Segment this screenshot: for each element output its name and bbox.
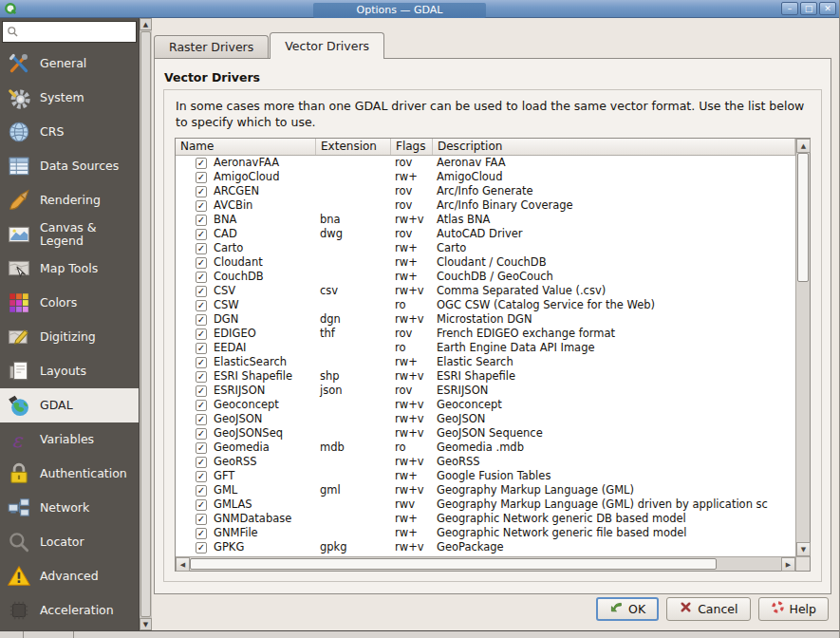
sidebar-scrollbar-thumb[interactable] <box>140 31 151 617</box>
scroll-down-icon[interactable]: ▼ <box>796 542 811 556</box>
driver-checkbox[interactable]: ✓ <box>196 471 207 482</box>
sidebar-item-network[interactable]: Network <box>0 491 139 525</box>
driver-checkbox[interactable]: ✓ <box>196 272 207 283</box>
minimize-button[interactable]: – <box>781 2 798 15</box>
driver-checkbox[interactable]: ✓ <box>196 286 207 297</box>
column-header-extension[interactable]: Extension <box>316 139 391 155</box>
horizontal-scrollbar-thumb[interactable] <box>190 558 717 570</box>
driver-checkbox[interactable]: ✓ <box>196 314 207 326</box>
driver-checkbox[interactable]: ✓ <box>196 457 207 468</box>
cancel-button[interactable]: Cancel <box>666 597 750 621</box>
sidebar-item-data-sources[interactable]: Data Sources <box>0 149 139 183</box>
sidebar-item-crs[interactable]: CRS <box>0 115 139 149</box>
tab-vector-drivers[interactable]: Vector Drivers <box>270 32 384 59</box>
sidebar-item-digitizing[interactable]: Digitizing <box>0 320 139 354</box>
table-row[interactable]: ✓AVCBin rov Arc/Info Binary Coverage <box>176 198 795 213</box>
sidebar-scrollbar[interactable]: ▲ ▼ <box>139 18 152 630</box>
sidebar-item-variables[interactable]: ε Variables <box>0 422 139 457</box>
table-row[interactable]: ✓Geoconcept rw+v Geoconcept <box>176 398 795 412</box>
driver-checkbox[interactable]: ✓ <box>196 542 207 554</box>
table-row[interactable]: ✓GML gml rw+v Geography Markup Language … <box>176 483 795 497</box>
table-row[interactable]: ✓ESRI Shapefile shp rw+v ESRI Shapefile <box>176 369 795 384</box>
column-header-name[interactable]: Name <box>176 139 316 155</box>
driver-checkbox[interactable]: ✓ <box>196 514 207 525</box>
sidebar-item-advanced[interactable]: Advanced <box>0 559 139 593</box>
table-row[interactable]: ✓CSW ro OGC CSW (Catalog Service for the… <box>176 298 795 312</box>
close-button[interactable]: ✕ <box>819 2 836 15</box>
column-header-description[interactable]: Description <box>433 139 795 155</box>
titlebar[interactable]: Options — GDAL – □ ✕ <box>0 0 839 18</box>
table-row[interactable]: ✓DGN dgn rw+v Microstation DGN <box>176 312 795 327</box>
sidebar-item-system[interactable]: System <box>0 81 139 115</box>
driver-checkbox[interactable]: ✓ <box>196 400 207 411</box>
driver-checkbox[interactable]: ✓ <box>196 172 207 183</box>
driver-checkbox[interactable]: ✓ <box>196 328 207 340</box>
driver-checkbox[interactable]: ✓ <box>196 428 207 440</box>
scroll-down-icon[interactable]: ▼ <box>140 618 152 630</box>
sidebar-search[interactable] <box>2 21 137 43</box>
sidebar-item-layouts[interactable]: Layouts <box>0 354 139 388</box>
driver-checkbox[interactable]: ✓ <box>196 499 207 511</box>
table-row[interactable]: ✓AmigoCloud rw+ AmigoCloud <box>176 170 795 184</box>
driver-checkbox[interactable]: ✓ <box>196 485 207 497</box>
vertical-scrollbar-thumb[interactable] <box>797 153 809 282</box>
table-row[interactable]: ✓EDIGEO thf rov French EDIGEO exchange f… <box>176 327 795 341</box>
driver-checkbox[interactable]: ✓ <box>196 229 207 240</box>
table-row[interactable]: ✓ARCGEN rov Arc/Info Generate <box>176 184 795 198</box>
table-row[interactable]: ✓AeronavFAA rov Aeronav FAA <box>176 156 795 170</box>
table-row[interactable]: ✓EEDAI ro Earth Engine Data API Image <box>176 341 795 355</box>
driver-checkbox[interactable]: ✓ <box>196 158 207 169</box>
table-row[interactable]: ✓BNA bna rw+v Atlas BNA <box>176 213 795 227</box>
table-row[interactable]: ✓CSV csv rw+v Comma Separated Value (.cs… <box>176 284 795 298</box>
driver-checkbox[interactable]: ✓ <box>196 300 207 311</box>
table-row[interactable]: ✓GeoJSONSeq rw+v GeoJSON Sequence <box>176 426 795 441</box>
sidebar-item-authentication[interactable]: Authentication <box>0 457 139 491</box>
sidebar-item-colors[interactable]: Colors <box>0 286 139 320</box>
driver-checkbox[interactable]: ✓ <box>196 343 207 354</box>
driver-checkbox[interactable]: ✓ <box>196 257 207 269</box>
sidebar-item-canvas-legend[interactable]: Canvas & Legend <box>0 217 139 252</box>
help-button[interactable]: Help <box>758 597 830 621</box>
maximize-button[interactable]: □ <box>800 2 817 15</box>
table-row[interactable]: ✓ESRIJSON json rov ESRIJSON <box>176 384 795 398</box>
table-row[interactable]: ✓GFT rw+ Google Fusion Tables <box>176 469 795 483</box>
sidebar-item-map-tools[interactable]: Map Tools <box>0 252 139 286</box>
table-row[interactable]: ✓GeoRSS rw+v GeoRSS <box>176 455 795 469</box>
table-row[interactable]: ✓CouchDB rw+ CouchDB / GeoCouch <box>176 270 795 284</box>
table-row[interactable]: ✓Cloudant rw+ Cloudant / CouchDB <box>176 255 795 270</box>
table-row[interactable]: ✓CAD dwg rov AutoCAD Driver <box>176 227 795 241</box>
driver-checkbox[interactable]: ✓ <box>196 414 207 425</box>
scroll-up-icon[interactable]: ▲ <box>140 18 152 30</box>
driver-checkbox[interactable]: ✓ <box>196 371 207 383</box>
scroll-right-icon[interactable]: ▶ <box>781 557 795 572</box>
table-row[interactable]: ✓ElasticSearch rw+ Elastic Search <box>176 355 795 369</box>
sidebar-item-acceleration[interactable]: Acceleration <box>0 593 139 628</box>
table-row[interactable]: ✓GPKG gpkg rw+v GeoPackage <box>176 540 795 554</box>
driver-checkbox[interactable]: ✓ <box>196 528 207 539</box>
scroll-left-icon[interactable]: ◀ <box>176 557 190 572</box>
driver-checkbox[interactable]: ✓ <box>196 243 207 254</box>
driver-checkbox[interactable]: ✓ <box>196 200 207 212</box>
table-row[interactable]: ✓Geomedia mdb ro Geomedia .mdb <box>176 441 795 455</box>
driver-checkbox[interactable]: ✓ <box>196 385 207 397</box>
driver-checkbox[interactable]: ✓ <box>196 357 207 368</box>
driver-checkbox[interactable]: ✓ <box>196 186 207 197</box>
table-row[interactable]: ✓Carto rw+ Carto <box>176 241 795 255</box>
sidebar-item-locator[interactable]: Locator <box>0 525 139 559</box>
sidebar-item-rendering[interactable]: Rendering <box>0 183 139 217</box>
table-horizontal-scrollbar[interactable]: ◀ ▶ <box>176 556 795 571</box>
resize-grip[interactable] <box>23 631 74 638</box>
table-vertical-scrollbar[interactable]: ▲ ▼ <box>795 139 810 556</box>
column-header-flags[interactable]: Flags <box>391 139 433 155</box>
table-row[interactable]: ✓GNMFile rw+ Geographic Network generic … <box>176 526 795 540</box>
table-row[interactable]: ✓GMLAS rwv Geography Markup Language (GM… <box>176 497 795 512</box>
ok-button[interactable]: OK <box>596 597 659 621</box>
window-resize-bar[interactable] <box>0 630 839 638</box>
tab-raster-drivers[interactable]: Raster Drivers <box>154 35 269 59</box>
search-input[interactable] <box>22 26 132 39</box>
scroll-up-icon[interactable]: ▲ <box>796 139 811 153</box>
sidebar-item-general[interactable]: General <box>0 47 139 81</box>
driver-checkbox[interactable]: ✓ <box>196 215 207 226</box>
table-row[interactable]: ✓GNMDatabase rw+ Geographic Network gene… <box>176 512 795 526</box>
driver-checkbox[interactable]: ✓ <box>196 442 207 454</box>
